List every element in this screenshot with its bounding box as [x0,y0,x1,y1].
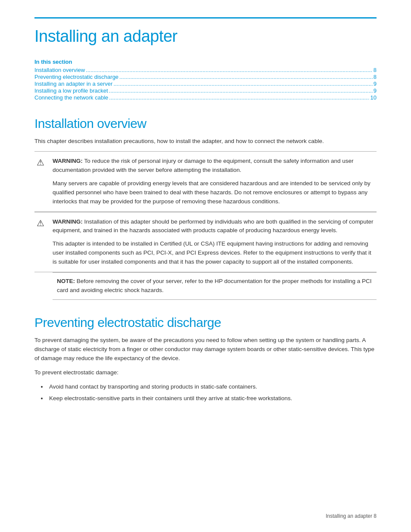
list-item: Avoid hand contact by transporting and s… [47,383,377,392]
warning-text-1: To reduce the risk of personal injury or… [53,158,354,173]
toc-dots: ........................................… [109,94,369,101]
toc-dots: ........................................… [86,67,373,73]
toc-dots: ........................................… [113,81,372,87]
toc-dots: ........................................… [119,74,373,80]
toc-page-num: 8 [374,67,377,73]
warning-icon-1: ⚠ [34,157,47,168]
page-footer: Installing an adapter 8 [34,513,377,519]
top-rule [34,17,377,19]
warning-additional-2: This adapter is intended to be installed… [53,240,377,267]
toc-label: In this section [34,59,377,65]
installation-overview-heading: Installation overview [34,116,377,131]
toc-page-num: 10 [371,94,377,101]
warning-block-2: ⚠ WARNING: Installation of this adapter … [34,212,377,273]
warning-additional-1: Many servers are capable of providing en… [53,179,377,206]
toc-page-num: 8 [374,74,377,80]
toc-item-title[interactable]: Preventing electrostatic discharge [34,74,118,80]
note-block: NOTE: Before removing the cover of your … [53,272,377,300]
prevent-label: To prevent electrostatic damage: [34,368,377,377]
warning-label-2: WARNING: [53,218,84,225]
warning-icon-2: ⚠ [34,218,47,228]
note-text: NOTE: Before removing the cover of your … [57,278,372,293]
toc-item-title[interactable]: Connecting the network cable [34,94,108,101]
list-item: Keep electrostatic-sensitive parts in th… [47,394,377,403]
toc-dots: ........................................… [109,87,373,94]
footer-text: Installing an adapter 8 [326,513,377,519]
toc-row: Installing a low profile bracket........… [34,87,377,94]
note-label: NOTE: [57,278,77,284]
page-title: Installing an adapter [34,27,377,46]
toc-container: Installation overview...................… [34,67,377,101]
preventing-discharge-heading: Preventing electrostatic discharge [34,315,377,330]
bullet-list: Avoid hand contact by transporting and s… [47,383,377,403]
page: Installing an adapter In this section In… [0,0,411,532]
warning-content-1: WARNING: To reduce the risk of personal … [53,157,377,206]
warning-content-2: WARNING: Installation of this adapter sh… [53,218,377,267]
toc-row: Preventing electrostatic discharge......… [34,74,377,80]
warning-text-2: Installation of this adapter should be p… [53,218,373,234]
toc-item-title[interactable]: Installing a low profile bracket [34,87,108,94]
installation-overview-body: This chapter describes installation prec… [34,137,377,146]
toc-page-num: 9 [374,87,377,94]
toc-item-title[interactable]: Installation overview [34,67,85,73]
preventing-discharge-body: To prevent damaging the system, be aware… [34,336,377,363]
toc-row: Installation overview...................… [34,67,377,73]
toc-row: Connecting the network cable............… [34,94,377,101]
toc-row: Installing an adapter in a server.......… [34,81,377,87]
toc-item-title[interactable]: Installing an adapter in a server [34,81,112,87]
toc-page-num: 9 [374,81,377,87]
note-body: Before removing the cover of your server… [57,278,372,293]
warning-block-1: ⚠ WARNING: To reduce the risk of persona… [34,151,377,212]
warning-label-1: WARNING: [53,158,84,164]
